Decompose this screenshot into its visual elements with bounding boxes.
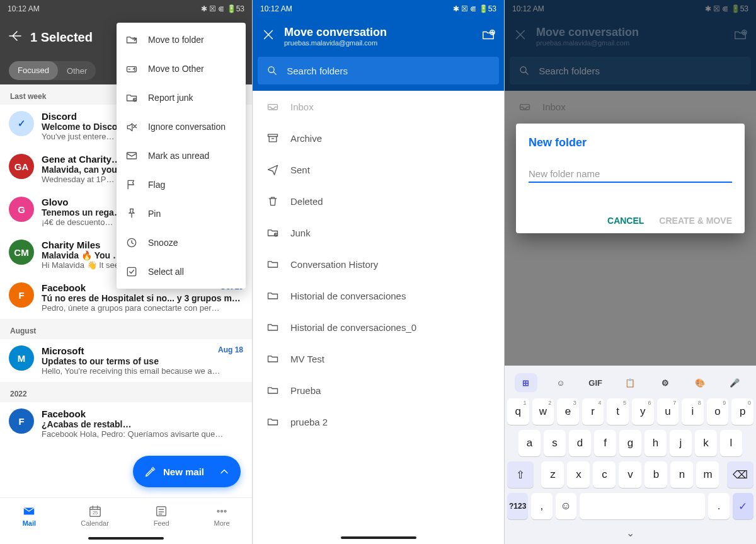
chevron-up-icon[interactable] xyxy=(210,458,238,485)
phone-2-move-conversation: 10:12 AM✱ ☒ ⋐ 🔋53 Move conversation prue… xyxy=(252,0,504,544)
key-y[interactable]: y6 xyxy=(632,398,654,425)
tab-other[interactable]: Other xyxy=(58,66,96,76)
gear-icon[interactable]: ⚙ xyxy=(654,373,677,392)
palette-icon[interactable]: 🎨 xyxy=(689,373,711,392)
svg-rect-14 xyxy=(268,134,278,136)
key-d[interactable]: d xyxy=(569,430,591,456)
folder-sent[interactable]: Sent xyxy=(253,154,504,185)
new-mail-fab[interactable]: New mail xyxy=(133,456,241,487)
nav-more[interactable]: More xyxy=(214,504,230,527)
symbols-key[interactable]: ?123 xyxy=(507,493,528,519)
soft-keyboard[interactable]: ⊞ ☺ GIF 📋 ⚙ 🎨 🎤 q1w2e3r4t5y6u7i8o9p0 asd… xyxy=(505,366,756,544)
key-h[interactable]: h xyxy=(644,430,667,456)
key-r[interactable]: r4 xyxy=(582,398,604,425)
create-and-move-button[interactable]: CREATE & MOVE xyxy=(659,216,732,226)
key-g[interactable]: g xyxy=(619,430,641,456)
menu-item-pin[interactable]: Pin xyxy=(117,199,246,228)
key-e[interactable]: e3 xyxy=(557,398,579,425)
close-icon[interactable] xyxy=(261,28,275,44)
period-key[interactable]: . xyxy=(708,493,729,519)
folder-prueba[interactable]: Prueba xyxy=(253,374,504,406)
key-x[interactable]: x xyxy=(567,461,590,488)
enter-key[interactable]: ✓ xyxy=(733,493,753,519)
menu-item-move-to-folder[interactable]: Move to folder xyxy=(117,25,246,54)
tab-focused[interactable]: Focused xyxy=(9,61,58,80)
search-icon xyxy=(266,64,278,77)
key-v[interactable]: v xyxy=(619,461,641,488)
avatar[interactable]: ✓ xyxy=(9,111,34,136)
key-w[interactable]: w2 xyxy=(532,398,554,425)
menu-item-select-all[interactable]: Select all xyxy=(117,257,246,286)
key-l[interactable]: l xyxy=(720,430,742,456)
space-key[interactable] xyxy=(580,493,706,519)
key-z[interactable]: z xyxy=(541,461,564,488)
folder-name-input[interactable] xyxy=(529,166,732,183)
key-m[interactable]: m xyxy=(696,461,719,488)
key-o[interactable]: o9 xyxy=(707,398,729,425)
nav-calendar[interactable]: 25 Calendar xyxy=(81,504,109,527)
move-subtitle: pruebas.malavida@gmail.com xyxy=(284,39,472,47)
menu-item-mark-as-unread[interactable]: Mark as unread xyxy=(117,141,246,170)
key-c[interactable]: c xyxy=(593,461,616,488)
folder-inbox: Inbox xyxy=(253,91,504,122)
menu-item-move-to-other[interactable]: Move to Other xyxy=(117,54,246,83)
nav-mail[interactable]: Mail xyxy=(22,504,36,527)
folder-historial-de-conversaciones-0[interactable]: Historial de conversaciones_0 xyxy=(253,311,504,343)
mail-item[interactable]: MMicrosoftAug 18Updates to our terms of … xyxy=(0,339,252,382)
folder-junk[interactable]: Junk xyxy=(253,217,504,248)
folder-mv-test[interactable]: MV Test xyxy=(253,343,504,374)
key-n[interactable]: n xyxy=(670,461,693,488)
key-u[interactable]: u7 xyxy=(657,398,679,425)
folder-deleted[interactable]: Deleted xyxy=(253,185,504,217)
search-folders-input[interactable] xyxy=(258,57,499,84)
clipboard-icon[interactable]: 📋 xyxy=(619,373,641,392)
section-august: August xyxy=(0,319,252,339)
svg-rect-10 xyxy=(127,267,135,275)
key-q[interactable]: q1 xyxy=(507,398,529,425)
folder-conversation-history[interactable]: Conversation History xyxy=(253,248,504,280)
emoji-key[interactable]: ☺ xyxy=(556,493,576,519)
folder-prueba-2[interactable]: prueba 2 xyxy=(253,406,504,437)
avatar[interactable]: F xyxy=(9,408,34,434)
key-s[interactable]: s xyxy=(544,430,566,456)
gif-icon[interactable]: GIF xyxy=(584,373,607,392)
key-p[interactable]: p0 xyxy=(731,398,753,425)
menu-item-ignore-conversation[interactable]: Ignore conversation xyxy=(117,112,246,141)
menu-item-snooze[interactable]: Snooze xyxy=(117,228,246,257)
keyboard-grid-icon[interactable]: ⊞ xyxy=(515,373,537,392)
shift-key[interactable]: ⇧ xyxy=(507,461,534,488)
avatar[interactable]: GA xyxy=(9,154,34,179)
folder-list[interactable]: InboxArchiveSentDeletedJunkConversation … xyxy=(253,91,504,531)
menu-item-flag[interactable]: Flag xyxy=(117,170,246,199)
folder-historial-de-conversaciones[interactable]: Historial de conversaciones xyxy=(253,280,504,311)
avatar[interactable]: CM xyxy=(9,240,34,265)
svg-point-3 xyxy=(217,510,219,512)
svg-point-5 xyxy=(224,510,226,512)
folder-archive[interactable]: Archive xyxy=(253,122,504,154)
cancel-button[interactable]: CANCEL xyxy=(607,216,644,226)
key-k[interactable]: k xyxy=(695,430,717,456)
avatar[interactable]: M xyxy=(9,345,34,371)
comma-key[interactable]: , xyxy=(531,493,552,519)
mic-icon[interactable]: 🎤 xyxy=(723,373,746,392)
key-t[interactable]: t5 xyxy=(607,398,629,425)
avatar[interactable]: F xyxy=(9,282,34,308)
new-folder-icon[interactable] xyxy=(481,28,495,44)
nav-feed[interactable]: Feed xyxy=(154,504,169,527)
svg-point-4 xyxy=(221,510,223,512)
backspace-key[interactable]: ⌫ xyxy=(727,461,753,488)
mail-item[interactable]: FFacebook¿Acabas de restabl…Facebook Hol… xyxy=(0,402,252,445)
key-i[interactable]: i8 xyxy=(682,398,704,425)
sticker-icon[interactable]: ☺ xyxy=(549,373,572,392)
avatar[interactable]: G xyxy=(9,197,34,222)
svg-rect-8 xyxy=(127,153,137,159)
key-a[interactable]: a xyxy=(518,430,541,456)
key-f[interactable]: f xyxy=(594,430,616,456)
back-icon[interactable] xyxy=(8,28,30,46)
key-j[interactable]: j xyxy=(670,430,692,456)
move-header: Move conversation pruebas.malavida@gmail… xyxy=(253,18,504,54)
collapse-keyboard-icon[interactable]: ⌄ xyxy=(507,524,753,539)
key-b[interactable]: b xyxy=(644,461,667,488)
status-bar: 10:12 AM✱ ☒ ⋐ 🔋53 xyxy=(253,0,504,18)
menu-item-report-junk[interactable]: Report junk xyxy=(117,83,246,112)
